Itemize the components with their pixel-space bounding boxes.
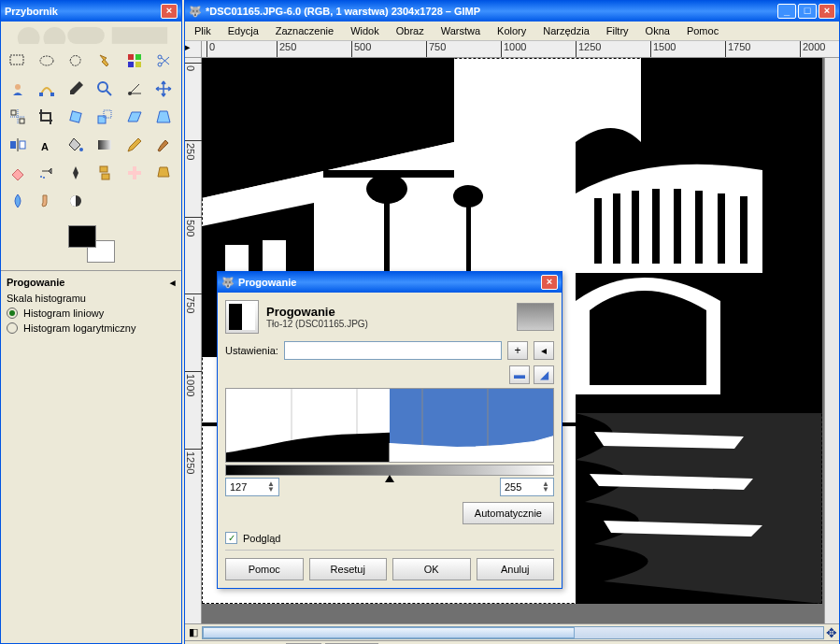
blur-tool[interactable]: [5, 188, 31, 214]
histogram[interactable]: [225, 388, 554, 463]
menu-file[interactable]: Plik: [191, 23, 215, 38]
foreground-select-tool[interactable]: [5, 76, 31, 102]
minimize-icon[interactable]: _: [777, 4, 796, 19]
reset-button[interactable]: Resetuj: [309, 558, 388, 580]
panel-arrow-icon[interactable]: ◂: [170, 277, 176, 289]
scale-tool[interactable]: [92, 104, 118, 130]
airbrush-tool[interactable]: [34, 160, 60, 186]
ruler-corner[interactable]: ▸: [185, 41, 202, 58]
ellipse-select-tool[interactable]: [34, 48, 60, 74]
menu-colors[interactable]: Kolory: [493, 23, 530, 38]
close-icon[interactable]: ×: [161, 4, 178, 19]
clone-tool[interactable]: [92, 160, 118, 186]
menu-image[interactable]: Obraz: [392, 23, 428, 38]
menu-windows[interactable]: Okna: [642, 23, 674, 38]
svg-point-15: [98, 82, 107, 92]
color-swatch[interactable]: [68, 225, 115, 263]
scissors-tool[interactable]: [150, 48, 177, 74]
svg-rect-20: [98, 116, 106, 123]
tool-options-panel: Progowanie ◂ Skala histogramu Histogram …: [1, 270, 181, 339]
move-tool[interactable]: [150, 76, 177, 102]
fuzzy-select-tool[interactable]: [92, 48, 118, 74]
checkbox-icon: ✓: [225, 532, 237, 544]
svg-rect-53: [229, 304, 242, 330]
add-preset-icon[interactable]: +: [507, 341, 528, 360]
menu-help[interactable]: Pomoc: [683, 23, 722, 38]
dodge-burn-tool[interactable]: [63, 188, 89, 214]
radio-linear[interactable]: Histogram liniowy: [7, 308, 176, 319]
scrollbar-horizontal[interactable]: [202, 626, 824, 639]
lasso-tool[interactable]: [63, 48, 89, 74]
svg-rect-26: [98, 140, 111, 150]
heal-tool[interactable]: [121, 160, 148, 186]
svg-rect-2: [67, 27, 105, 44]
rect-select-tool[interactable]: [5, 48, 31, 74]
by-color-select-tool[interactable]: [121, 48, 148, 74]
menu-edit[interactable]: Edycja: [224, 23, 263, 38]
svg-point-27: [40, 176, 42, 178]
histogram-log-icon[interactable]: ◢: [534, 365, 554, 384]
image-titlebar[interactable]: 🐺 *DSC01165.JPG-6.0 (RGB, 1 warstwa) 230…: [185, 1, 839, 21]
color-picker-tool[interactable]: [63, 76, 89, 102]
paintbrush-tool[interactable]: [150, 132, 177, 158]
menu-tools[interactable]: Narzędzia: [539, 23, 593, 38]
menu-filters[interactable]: Filtry: [603, 23, 633, 38]
smudge-tool[interactable]: [34, 188, 60, 214]
presets-combo[interactable]: [284, 341, 502, 360]
cancel-button[interactable]: Anuluj: [477, 558, 555, 580]
perspective-tool[interactable]: [150, 104, 177, 130]
close-icon[interactable]: ×: [541, 275, 558, 290]
rotate-tool[interactable]: [63, 104, 89, 130]
zoom-tool[interactable]: [92, 76, 118, 102]
help-button[interactable]: Pomoc: [225, 558, 304, 580]
tool-grid: A: [1, 44, 181, 218]
svg-rect-6: [128, 54, 134, 60]
scrollbar-vertical[interactable]: [824, 58, 839, 623]
menu-view[interactable]: Widok: [347, 23, 383, 38]
ruler-horizontal[interactable]: 0 250 500 750 1000 1250 1500 1750 2000: [202, 41, 839, 58]
low-value-input[interactable]: 127▲▼: [225, 478, 279, 496]
svg-rect-44: [594, 198, 602, 264]
dialog-thumbnail: [517, 303, 554, 331]
svg-rect-51: [740, 196, 747, 264]
pencil-tool[interactable]: [121, 132, 148, 158]
navigate-icon[interactable]: ✥: [824, 625, 839, 640]
threshold-marker[interactable]: [385, 475, 394, 482]
preset-menu-icon[interactable]: ◂: [534, 341, 554, 360]
svg-rect-32: [133, 166, 136, 179]
bucket-fill-tool[interactable]: [63, 132, 89, 158]
svg-rect-47: [652, 189, 660, 264]
quickmask-toggle[interactable]: ◧: [185, 626, 202, 638]
crop-tool[interactable]: [34, 104, 60, 130]
paths-tool[interactable]: [34, 76, 60, 102]
perspective-clone-tool[interactable]: [150, 160, 177, 186]
close-icon[interactable]: ×: [819, 4, 835, 19]
measure-tool[interactable]: [121, 76, 148, 102]
radio-logarithmic[interactable]: Histogram logarytmiczny: [7, 322, 176, 334]
fg-color[interactable]: [68, 225, 96, 248]
menu-select[interactable]: Zaznaczenie: [272, 23, 337, 38]
threshold-gradient[interactable]: [225, 465, 554, 476]
menu-layer[interactable]: Warstwa: [437, 23, 484, 38]
text-tool[interactable]: A: [34, 132, 60, 158]
eraser-tool[interactable]: [5, 160, 31, 186]
align-tool[interactable]: [5, 104, 31, 130]
dialog-titlebar[interactable]: 🐺 Progowanie ×: [218, 272, 562, 293]
auto-button[interactable]: Automatycznie: [463, 502, 554, 524]
high-value-input[interactable]: 255▲▼: [500, 478, 554, 496]
svg-point-28: [43, 177, 45, 179]
svg-rect-23: [20, 141, 25, 149]
histogram-linear-icon[interactable]: ▬: [509, 365, 530, 384]
radio-icon: [7, 308, 18, 319]
ruler-vertical[interactable]: 0 250 500 750 1000 1250: [185, 58, 202, 623]
shear-tool[interactable]: [121, 104, 148, 130]
statusbar: px ⌄ 33,3% ⌄ Tło (46,0 MB): [185, 640, 839, 644]
maximize-icon[interactable]: □: [798, 4, 817, 19]
ink-tool[interactable]: [63, 160, 89, 186]
blend-tool[interactable]: [92, 132, 118, 158]
flip-tool[interactable]: [5, 132, 31, 158]
toolbox-titlebar[interactable]: Przybornik ×: [1, 1, 181, 21]
ok-button[interactable]: OK: [392, 558, 471, 580]
svg-rect-4: [10, 55, 23, 64]
preview-checkbox[interactable]: ✓ Podgląd: [225, 532, 554, 544]
